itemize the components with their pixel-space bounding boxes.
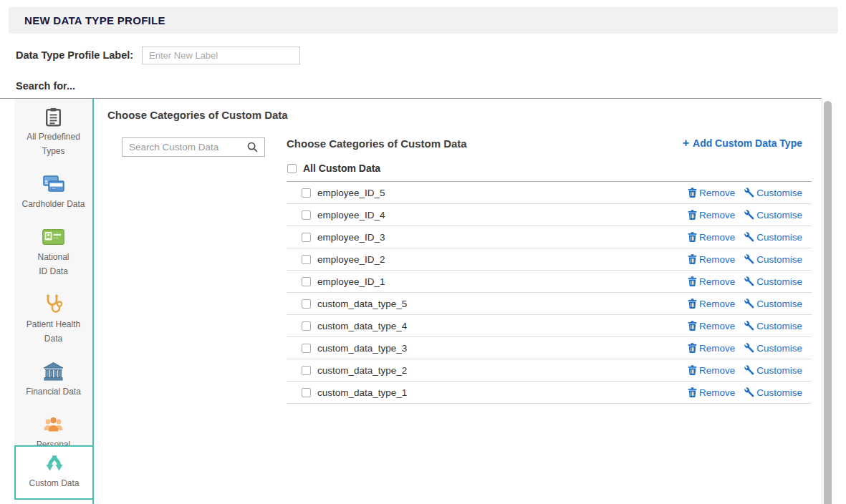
page-header-bar: NEW DATA TYPE PROFILE (9, 7, 838, 34)
row-label: custom_data_type_1 (317, 387, 407, 398)
branch-arrows-icon (44, 453, 64, 473)
row-checkbox[interactable] (302, 210, 311, 220)
custom-data-search-input[interactable] (129, 142, 247, 152)
wrench-icon (744, 387, 754, 397)
remove-button[interactable]: Remove (688, 276, 735, 287)
remove-label: Remove (699, 365, 735, 376)
remove-label: Remove (699, 343, 735, 354)
remove-label: Remove (699, 276, 735, 287)
wrench-icon (744, 210, 754, 220)
customise-button[interactable]: Customise (744, 343, 802, 354)
row-label: employee_ID_4 (317, 210, 385, 220)
all-custom-data-checkbox[interactable] (287, 164, 297, 173)
row-label: custom_data_type_5 (317, 299, 407, 309)
trash-icon (688, 321, 697, 331)
remove-label: Remove (699, 387, 735, 398)
trash-icon (688, 276, 697, 286)
vertical-scrollbar-thumb[interactable] (824, 101, 832, 504)
sidebar-item-label: Patient HealthData (27, 317, 80, 346)
remove-label: Remove (699, 254, 735, 265)
remove-button[interactable]: Remove (688, 365, 735, 376)
sidebar-item-cardholder-data[interactable]: Cardholder Data (14, 166, 92, 219)
row-checkbox[interactable] (302, 388, 311, 397)
customise-label: Customise (756, 276, 802, 287)
row-checkbox[interactable] (302, 299, 311, 309)
customise-button[interactable]: Customise (744, 276, 802, 287)
remove-button[interactable]: Remove (688, 387, 735, 398)
sidebar-item-label: Financial Data (26, 384, 81, 399)
page-title: NEW DATA TYPE PROFILE (24, 14, 165, 26)
customise-button[interactable]: Customise (744, 299, 802, 309)
remove-button[interactable]: Remove (688, 321, 735, 331)
trash-icon (688, 210, 697, 220)
clipboard-icon (45, 107, 62, 127)
bank-icon (43, 362, 64, 382)
table-row: custom_data_type_4 Remove C (287, 315, 812, 337)
customise-label: Customise (756, 210, 802, 220)
row-checkbox[interactable] (302, 344, 311, 353)
customise-button[interactable]: Customise (744, 387, 802, 398)
customise-label: Customise (756, 188, 802, 198)
customise-label: Customise (756, 321, 802, 331)
table-row: custom_data_type_1 Remove C (287, 382, 812, 404)
customise-button[interactable]: Customise (744, 365, 802, 376)
row-checkbox[interactable] (302, 255, 311, 264)
trash-icon (688, 365, 697, 375)
row-checkbox[interactable] (302, 366, 311, 375)
search-for-heading: Search for... (16, 80, 75, 92)
customise-button[interactable]: Customise (744, 210, 802, 220)
row-checkbox[interactable] (302, 277, 311, 286)
row-checkbox[interactable] (302, 188, 311, 198)
profile-label-text: Data Type Profile Label: (16, 49, 133, 61)
sidebar-item-financial-data[interactable]: Financial Data (14, 354, 92, 407)
search-icon[interactable] (247, 142, 258, 152)
remove-label: Remove (699, 321, 735, 331)
customise-label: Customise (756, 232, 802, 243)
panel-title: Choose Categories of Custom Data (287, 137, 467, 150)
customise-button[interactable]: Customise (744, 188, 802, 198)
sidebar-item-national-id-data[interactable]: NationalID Data (14, 219, 92, 286)
wrench-icon (744, 299, 754, 309)
content-heading: Choose Categories of Custom Data (107, 109, 288, 121)
profile-label-input[interactable] (142, 47, 300, 64)
table-row: custom_data_type_2 Remove C (287, 359, 812, 382)
wrench-icon (744, 343, 754, 353)
remove-button[interactable]: Remove (688, 210, 735, 220)
row-label: custom_data_type_4 (317, 321, 407, 331)
stethoscope-icon (44, 294, 63, 314)
custom-data-search-box (122, 137, 265, 157)
row-label: employee_ID_3 (317, 232, 385, 243)
table-row: custom_data_type_5 Remove C (287, 293, 812, 315)
customise-button[interactable]: Customise (744, 232, 802, 243)
select-all-row: All Custom Data (287, 161, 812, 175)
remove-button[interactable]: Remove (688, 299, 735, 309)
trash-icon (688, 387, 697, 397)
customise-button[interactable]: Customise (744, 254, 802, 265)
customise-label: Customise (756, 299, 802, 309)
customise-button[interactable]: Customise (744, 321, 802, 331)
remove-button[interactable]: Remove (688, 188, 735, 198)
sidebar-item-label: Custom Data (29, 476, 79, 490)
sidebar-item-patient-health-data[interactable]: Patient HealthData (14, 286, 92, 354)
top-divider (0, 98, 822, 99)
trash-icon (688, 254, 697, 264)
sidebar-item-label: Cardholder Data (21, 197, 85, 211)
add-custom-data-type-button[interactable]: + Add Custom Data Type (683, 137, 802, 150)
sidebar: All PredefinedTypes Cardholder Data (14, 99, 92, 447)
row-label: employee_ID_5 (317, 188, 385, 198)
row-checkbox[interactable] (302, 233, 311, 242)
sidebar-item-label: All PredefinedTypes (27, 130, 80, 158)
remove-button[interactable]: Remove (688, 343, 735, 354)
remove-label: Remove (699, 232, 735, 243)
customise-label: Customise (756, 387, 802, 398)
remove-button[interactable]: Remove (688, 232, 735, 243)
wrench-icon (744, 188, 754, 198)
row-checkbox[interactable] (302, 321, 311, 331)
table-row: employee_ID_3 Remove Custom (287, 226, 812, 248)
wrench-icon (744, 232, 754, 242)
sidebar-item-custom-data[interactable]: Custom Data (14, 445, 92, 500)
remove-label: Remove (699, 299, 735, 309)
remove-button[interactable]: Remove (688, 254, 735, 265)
sidebar-item-all-predefined-types[interactable]: All PredefinedTypes (14, 99, 92, 166)
people-icon (43, 415, 64, 435)
